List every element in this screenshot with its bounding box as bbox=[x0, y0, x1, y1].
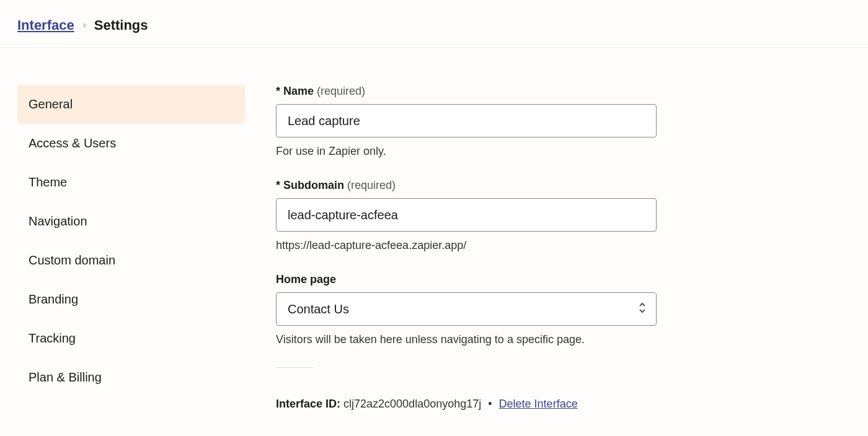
form-group-subdomain: * Subdomain (required) https://lead-capt… bbox=[276, 179, 673, 252]
name-label-row: * Name (required) bbox=[276, 85, 673, 98]
settings-sidebar: General Access & Users Theme Navigation … bbox=[0, 85, 245, 411]
subdomain-label-row: * Subdomain (required) bbox=[276, 179, 673, 192]
sidebar-item-access-users[interactable]: Access & Users bbox=[17, 124, 245, 163]
sidebar-item-branding[interactable]: Branding bbox=[17, 280, 245, 319]
subdomain-help-text: https://lead-capture-acfeea.zapier.app/ bbox=[276, 239, 673, 252]
home-page-label: Home page bbox=[276, 273, 336, 286]
breadcrumb: Interface Settings bbox=[17, 17, 851, 33]
home-page-select[interactable]: Contact Us bbox=[276, 292, 657, 326]
footer-row: Interface ID: clj72az2c000dla0onyohg17j … bbox=[276, 398, 673, 411]
home-page-select-wrapper: Contact Us bbox=[276, 292, 657, 326]
footer-separator: • bbox=[488, 398, 492, 410]
chevron-right-icon bbox=[81, 22, 88, 29]
form-group-name: * Name (required) For use in Zapier only… bbox=[276, 85, 673, 158]
required-asterisk: * bbox=[276, 85, 280, 97]
name-help-text: For use in Zapier only. bbox=[276, 145, 673, 158]
interface-id-value: clj72az2c000dla0onyohg17j bbox=[343, 398, 481, 410]
subdomain-label: Subdomain bbox=[283, 179, 344, 191]
sidebar-item-plan-billing[interactable]: Plan & Billing bbox=[17, 358, 245, 397]
name-label: Name bbox=[283, 85, 314, 97]
main-panel: * Name (required) For use in Zapier only… bbox=[245, 85, 698, 411]
breadcrumb-current: Settings bbox=[94, 17, 148, 33]
sidebar-item-navigation[interactable]: Navigation bbox=[17, 202, 245, 241]
breadcrumb-header: Interface Settings bbox=[0, 0, 868, 48]
home-page-help-text: Visitors will be taken here unless navig… bbox=[276, 333, 673, 346]
form-group-home-page: Home page Contact Us Visitors will be ta… bbox=[276, 273, 673, 346]
interface-id-label: Interface ID: bbox=[276, 398, 340, 410]
home-page-label-row: Home page bbox=[276, 273, 673, 286]
breadcrumb-link-interface[interactable]: Interface bbox=[17, 17, 74, 33]
required-hint: (required) bbox=[347, 179, 396, 191]
content-area: General Access & Users Theme Navigation … bbox=[0, 48, 868, 411]
sidebar-item-general[interactable]: General bbox=[17, 85, 245, 124]
divider bbox=[276, 367, 313, 368]
required-asterisk: * bbox=[276, 179, 280, 191]
delete-interface-link[interactable]: Delete Interface bbox=[499, 398, 578, 410]
subdomain-input[interactable] bbox=[276, 198, 657, 232]
name-input[interactable] bbox=[276, 104, 657, 137]
required-hint: (required) bbox=[317, 85, 365, 97]
sidebar-item-tracking[interactable]: Tracking bbox=[17, 319, 245, 358]
sidebar-item-theme[interactable]: Theme bbox=[17, 163, 245, 202]
sidebar-item-custom-domain[interactable]: Custom domain bbox=[17, 241, 245, 280]
